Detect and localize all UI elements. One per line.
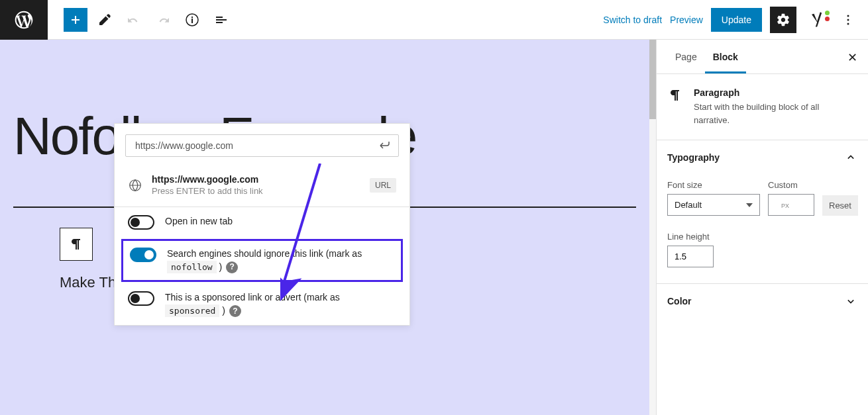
px-unit: PX [781,203,789,209]
nofollow-label: Search engines should ignore this link (… [167,248,394,273]
paragraph-block-icon[interactable] [60,228,93,261]
custom-label: Custom [768,180,814,190]
help-icon[interactable]: ? [226,261,238,273]
font-size-label: Font size [667,180,760,190]
url-suggestion-title: https://www.google.com [152,174,360,185]
outline-button[interactable] [209,8,233,32]
close-sidebar-button[interactable]: ✕ [847,50,857,65]
nofollow-toggle[interactable] [130,248,156,262]
preview-link[interactable]: Preview [670,15,703,25]
switch-to-draft-link[interactable]: Switch to draft [603,15,662,25]
reset-button[interactable]: Reset [822,195,858,216]
open-new-tab-toggle[interactable] [128,215,154,230]
yoast-button[interactable] [804,8,828,32]
wp-logo[interactable] [0,0,48,40]
custom-font-size-input[interactable] [768,194,814,216]
chevron-down-icon [844,295,857,308]
url-suggestion-subtitle: Press ENTER to add this link [152,186,360,196]
nofollow-highlight: Search engines should ignore this link (… [121,239,403,282]
svg-point-1 [847,19,849,21]
url-input[interactable] [135,140,377,151]
settings-button[interactable] [770,7,796,33]
open-new-tab-label: Open in new tab [165,215,233,228]
info-button[interactable] [180,8,204,32]
url-input-container [125,134,399,157]
url-type-badge: URL [370,178,396,193]
block-description: Start with the building block of all nar… [694,101,857,126]
block-name: Paragraph [694,87,857,98]
update-button[interactable]: Update [711,8,762,32]
link-popover: https://www.google.com Press ENTER to ad… [114,123,410,326]
svg-point-0 [847,15,849,17]
top-toolbar: Switch to draft Preview Update [0,0,868,40]
more-options-button[interactable] [836,8,860,32]
open-new-tab-row: Open in new tab [115,207,409,238]
canvas-scrollbar[interactable] [649,40,656,415]
editor-canvas[interactable]: Nofollow Example Make This Nofollow http… [0,40,649,415]
sponsored-row: This is a sponsored link or advert (mark… [115,283,409,325]
tab-block[interactable]: Block [705,40,746,73]
settings-sidebar: Page Block ✕ Paragraph Start with the bu… [656,40,868,415]
redo-button[interactable] [151,8,175,32]
tab-page[interactable]: Page [667,40,705,73]
color-panel-header[interactable]: Color [657,284,868,318]
edit-tool-button[interactable] [93,8,117,32]
typography-panel-header[interactable]: Typography [657,140,868,175]
sidebar-tabs: Page Block ✕ [657,40,868,74]
globe-icon [128,178,142,193]
svg-point-2 [847,23,849,24]
chevron-up-icon [844,151,857,164]
submit-icon[interactable] [377,138,393,154]
sponsored-toggle[interactable] [128,291,154,306]
undo-button[interactable] [122,8,146,32]
line-height-label: Line height [667,232,857,242]
block-info: Paragraph Start with the building block … [657,74,868,140]
font-size-select[interactable]: Default [667,194,760,216]
help-icon[interactable]: ? [229,305,241,317]
paragraph-icon [667,87,683,126]
typography-panel: Typography Font size Default Custom PX [657,140,868,283]
add-block-button[interactable] [64,8,87,32]
sponsored-label: This is a sponsored link or advert (mark… [165,291,396,317]
line-height-input[interactable] [667,246,714,267]
url-suggestion[interactable]: https://www.google.com Press ENTER to ad… [115,167,409,207]
color-panel: Color [657,283,868,318]
